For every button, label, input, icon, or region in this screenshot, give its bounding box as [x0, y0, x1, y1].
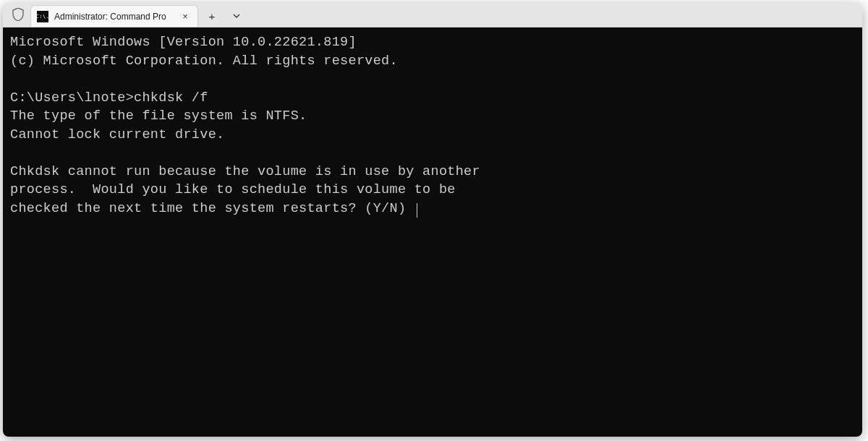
tab-icon-text: C:\.: [36, 14, 50, 20]
command-prompt-icon: C:\.: [37, 11, 48, 22]
terminal-line: Microsoft Windows [Version 10.0.22621.81…: [10, 35, 357, 50]
chevron-down-icon: [232, 12, 241, 20]
terminal-line: (c) Microsoft Corporation. All rights re…: [10, 53, 398, 69]
new-tab-button[interactable]: +: [201, 5, 223, 27]
titlebar: C:\. Administrator: Command Pro × +: [3, 3, 862, 27]
terminal-line: C:\Users\lnote>chkdsk /f: [10, 90, 208, 106]
terminal-output[interactable]: Microsoft Windows [Version 10.0.22621.81…: [3, 27, 862, 437]
tab-close-button[interactable]: ×: [179, 10, 192, 23]
terminal-line: Chkdsk cannot run because the volume is …: [10, 164, 480, 179]
close-icon: ×: [182, 11, 188, 22]
terminal-window: C:\. Administrator: Command Pro × + Micr…: [3, 3, 862, 437]
terminal-line: The type of the file system is NTFS.: [10, 108, 307, 124]
tab-command-prompt[interactable]: C:\. Administrator: Command Pro ×: [30, 5, 198, 27]
plus-icon: +: [209, 10, 216, 22]
tab-title: Administrator: Command Pro: [54, 12, 179, 22]
tab-dropdown-button[interactable]: [226, 5, 247, 27]
text-cursor: [417, 203, 418, 218]
shield-icon: [10, 7, 26, 22]
terminal-line: process. Would you like to schedule this…: [10, 182, 456, 197]
terminal-line: Cannot lock current drive.: [10, 127, 224, 142]
terminal-line: checked the next time the system restart…: [10, 201, 414, 216]
